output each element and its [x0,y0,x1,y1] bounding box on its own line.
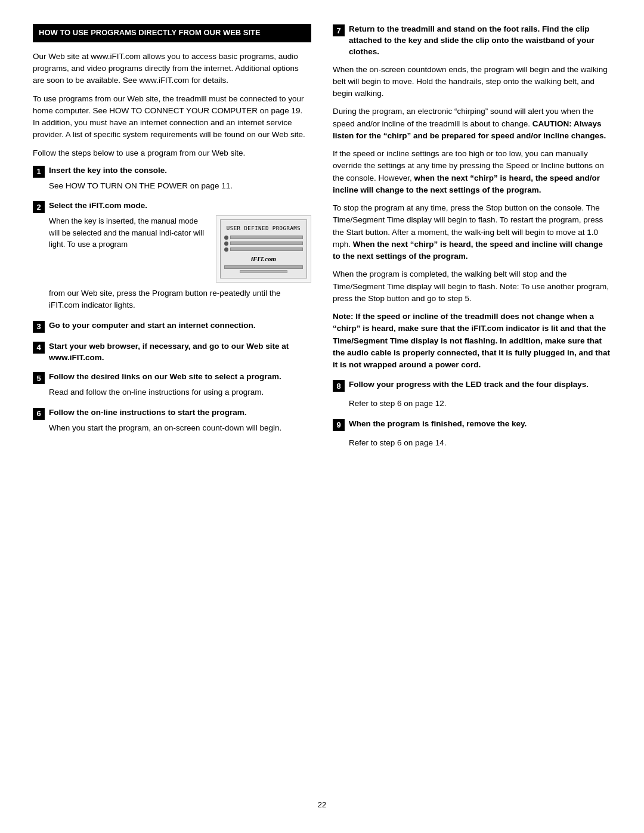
console-dot-2 [224,241,228,246]
right-column: 7 Return to the treadmill and stand on t… [333,24,611,788]
step-3-header: 3 Go to your computer and start an inter… [33,320,311,333]
step-4-num: 4 [33,342,45,354]
step-5-header: 5 Follow the desired links on our Web si… [33,371,311,384]
step-1-title: Insert the key into the console. [49,165,167,176]
step-7-header: 7 Return to the treadmill and stand on t… [333,24,611,58]
step-3-num: 3 [33,321,45,333]
step-4-title: Start your web browser, if necessary, an… [49,341,311,364]
left-column: HOW TO USE PROGRAMS DIRECTLY FROM OUR WE… [33,24,311,788]
step-4-header: 4 Start your web browser, if necessary, … [33,341,311,364]
step-9-num: 9 [333,419,345,431]
step-7-caution: CAUTION: Always listen for the “chirp” a… [333,119,606,140]
step-5-num: 5 [33,372,45,384]
step-6: 6 Follow the on-line instructions to sta… [33,407,311,434]
console-dot-3 [224,247,228,252]
console-row-1 [224,236,303,240]
step-7-num: 7 [333,24,345,36]
page: HOW TO USE PROGRAMS DIRECTLY FROM OUR WE… [0,0,644,833]
console-bar-3 [230,247,303,251]
console-label: USER DEFINED PROGRAMS [224,225,303,233]
step-9: 9 When the program is finished, remove t… [333,419,611,449]
step-7-p6: Note: If the speed or incline of the tre… [333,311,611,371]
console-dot-1 [224,236,228,240]
step-2-title: Select the iFIT.com mode. [49,200,147,212]
step-1: 1 Insert the key into the console. See H… [33,165,311,192]
step-1-p1: See HOW TO TURN ON THE POWER on page 11. [49,180,311,192]
step-2-body: When the key is inserted, the manual mod… [49,215,311,312]
step-7-p5: When the program is completed, the walki… [333,268,611,305]
step-1-header: 1 Insert the key into the console. [33,165,311,178]
step-1-num: 1 [33,166,45,178]
step-6-p1: When you start the program, an on-screen… [49,422,311,434]
console-small-bar [240,270,287,273]
step-2-header: 2 Select the iFIT.com mode. [33,200,311,213]
page-number: 22 [33,800,611,809]
step-8-title: Follow your progress with the LED track … [349,379,589,391]
step-9-title: When the program is finished, remove the… [349,419,527,430]
step-4: 4 Start your web browser, if necessary, … [33,341,311,364]
step-7-bold-4: When the next “chirp” is heard, the spee… [333,240,603,261]
step-9-header: 9 When the program is finished, remove t… [333,419,611,431]
step-5-body: Read and follow the on-line instructions… [49,386,311,398]
step-8-p1: Refer to step 6 on page 12. [349,398,611,410]
step-8-header: 8 Follow your progress with the LED trac… [333,379,611,392]
step-2-num: 2 [33,201,45,213]
step-3: 3 Go to your computer and start an inter… [33,320,311,333]
section-title: HOW TO USE PROGRAMS DIRECTLY FROM OUR WE… [33,24,311,42]
console-row-2 [224,241,303,246]
step-7-note-bold: Note: If the speed or incline of the tre… [333,312,610,369]
console-image: USER DEFINED PROGRAMS [216,215,311,283]
console-long-bar [224,265,303,269]
step-7-p3: If the speed or incline settings are too… [333,148,611,196]
step-6-header: 6 Follow the on-line instructions to sta… [33,407,311,420]
step-9-body: Refer to step 6 on page 14. [349,437,611,449]
intro-p3: Follow the steps below to use a program … [33,147,311,159]
step-7-body: When the on-screen countdown ends, the p… [333,64,611,371]
console-logo: iFIT.com [224,254,303,264]
step-6-title: Follow the on-line instructions to start… [49,407,247,419]
step-2-content: When the key is inserted, the manual mod… [49,215,311,283]
step-9-p1: Refer to step 6 on page 14. [349,437,611,449]
step-1-body: See HOW TO TURN ON THE POWER on page 11. [49,180,311,192]
step-7-p4: To stop the program at any time, press t… [333,202,611,262]
console-bar-2 [230,241,303,245]
intro-p2: To use programs from our Web site, the t… [33,93,311,141]
step-2: 2 Select the iFIT.com mode. When the key… [33,200,311,312]
step-7-p1: When the on-screen countdown ends, the p… [333,64,611,100]
step-7-bold-3: when the next “chirp” is heard, the spee… [333,174,600,194]
console-inner: USER DEFINED PROGRAMS [220,219,307,278]
step-6-body: When you start the program, an on-screen… [49,422,311,434]
console-bar-1 [230,236,303,239]
step-8-body: Refer to step 6 on page 12. [349,398,611,410]
step-6-num: 6 [33,408,45,420]
step-7: 7 Return to the treadmill and stand on t… [333,24,611,371]
step-7-p2: During the program, an electronic “chirp… [333,106,611,142]
step-8-num: 8 [333,380,345,392]
step-8: 8 Follow your progress with the LED trac… [333,379,611,410]
step-3-title: Go to your computer and start an interne… [49,320,256,332]
step-5-title: Follow the desired links on our Web site… [49,371,281,383]
step-5: 5 Follow the desired links on our Web si… [33,371,311,398]
intro-p1: Our Web site at www.iFIT.com allows you … [33,51,311,87]
step-7-title: Return to the treadmill and stand on the… [349,24,611,58]
step-2-text-before: When the key is inserted, the manual mod… [49,215,209,250]
step-2-text-after: from our Web site, press the Program but… [49,287,311,312]
step-5-p1: Read and follow the on-line instructions… [49,386,311,398]
console-row-3 [224,247,303,252]
